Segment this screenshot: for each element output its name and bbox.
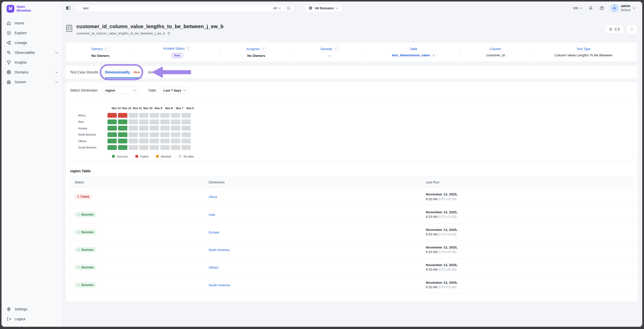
edit-button[interactable] (105, 47, 109, 51)
search-clear-icon[interactable] (286, 6, 291, 10)
home-icon (6, 21, 11, 26)
heatmap-cell-nodata (160, 113, 170, 118)
sidebar-item-govern[interactable]: Govern (2, 77, 62, 87)
heatmap-cells (107, 145, 191, 150)
notifications-bell-icon[interactable] (588, 6, 593, 11)
dimension-cell: South America (204, 283, 422, 287)
meta-field-value: No Owners (247, 54, 265, 58)
table-link[interactable]: test_dimensional_sales (392, 53, 435, 57)
heatmap-date-label: Nov 13 (111, 107, 121, 110)
sidebar-item-settings[interactable]: Settings (2, 304, 62, 314)
heatmap-cell-failed (107, 113, 117, 118)
dimension-link[interactable]: Asia (209, 213, 215, 217)
heatmap-cell-success (118, 145, 127, 150)
pencil-icon (187, 47, 191, 50)
heatmap-date-label: Nov 11 (133, 107, 142, 110)
last-run-date: November 13, 2025, (426, 192, 633, 197)
sidebar-item-logout[interactable]: Logout (2, 314, 62, 324)
status-text: Success (81, 283, 94, 287)
sidebar-item-observability[interactable]: Observability (2, 48, 62, 57)
heatmap-cell-nodata (129, 113, 138, 118)
region-table-body: ×FailedAfricaNovember 13, 2025,9:33 AM (… (70, 188, 633, 294)
region-table: Status Dimension Last Run ×FailedAfricaN… (70, 177, 633, 294)
tabs-bar: Test Case ResultsDimensionalityBetaInc (66, 66, 637, 78)
sidebar-item-label: Domains (15, 70, 52, 74)
sidebar-item-insights[interactable]: Insights (2, 57, 62, 67)
heatmap-cell-success (107, 126, 117, 131)
dimension-select[interactable]: region (102, 87, 139, 94)
heatmap-cell-nodata (129, 119, 138, 124)
last-run-date: November 13, 2025, (426, 228, 633, 232)
version-button[interactable]: 2.3 (605, 25, 624, 34)
edit-button[interactable] (262, 47, 266, 51)
test-case-checklist-icon (66, 24, 73, 32)
heatmap-cell-nodata (160, 119, 170, 124)
search-scope-select[interactable]: All (273, 6, 281, 10)
heatmap-date-label: Nov 8 (164, 107, 174, 110)
search-input[interactable] (76, 6, 273, 10)
sidebar-item-lineage[interactable]: Lineage (2, 38, 62, 48)
status-text: Failed (81, 195, 89, 198)
user-menu[interactable]: A admin Default (611, 4, 635, 12)
table-link-text: test_dimensional_sales (392, 53, 430, 57)
kebab-menu-button[interactable] (627, 25, 637, 34)
meta-field-table: Tabletest_dimensional_sales (366, 43, 461, 62)
heatmap-cell-nodata (181, 126, 191, 131)
heatmap-cell-success (118, 132, 127, 137)
heatmap-cell-nodata (150, 113, 159, 118)
tab-test-case-results[interactable]: Test Case Results (70, 66, 98, 78)
language-select[interactable]: EN (574, 6, 582, 10)
dimension-link[interactable]: Others (209, 266, 218, 269)
legend-swatch (156, 155, 159, 158)
heatmap-row-label: Asia (74, 120, 107, 123)
heatmap-cell-nodata (129, 132, 138, 137)
dimension-link[interactable]: Africa (209, 195, 217, 199)
dimension-link[interactable]: North America (209, 248, 229, 252)
check-icon: ✓ (77, 248, 80, 252)
sidebar-item-label: Home (15, 21, 58, 25)
check-icon: ✓ (77, 266, 80, 269)
all-domains-button[interactable]: All Domains (305, 4, 342, 12)
meta-field-column: Columncustomer_id (461, 43, 530, 62)
lineage-icon (6, 40, 11, 45)
chevron-down-icon (55, 51, 58, 53)
last-run-time-value: 9:33 AM (426, 233, 438, 236)
last-run-date: November 13, 2025, (426, 210, 633, 215)
meta-field-value: New (171, 53, 183, 58)
avatar: A (611, 4, 618, 12)
sidebar-toggle-icon[interactable] (66, 6, 71, 11)
incident-status-badge[interactable]: New (171, 53, 183, 58)
heatmap-date-label: Nov 9 (154, 107, 163, 110)
status-cell: ✓Success (70, 282, 204, 288)
link-icon (432, 54, 435, 57)
dimension-link[interactable]: South America (209, 283, 230, 287)
heatmap-cell-nodata (160, 139, 170, 143)
meta-field-label: Incident Status (163, 46, 191, 51)
meta-label-text: Test Type (577, 47, 590, 51)
help-icon[interactable] (599, 6, 604, 11)
meta-field-label: Severity (320, 47, 339, 51)
chevron-down-icon (580, 6, 582, 9)
heatmap-cell-nodata (150, 119, 159, 124)
copy-icon[interactable] (167, 32, 171, 35)
sidebar-item-domains[interactable]: Domains (2, 67, 62, 77)
edit-button[interactable] (187, 46, 191, 51)
chevron-down-icon (183, 88, 186, 91)
sidebar-item-label: Explore (15, 31, 58, 35)
heatmap-cells (107, 119, 191, 124)
edit-button[interactable] (334, 47, 339, 51)
status-text: Success (81, 266, 94, 269)
app-logo[interactable]: M Open Metadata (2, 2, 62, 15)
heatmap-row: North America (74, 132, 629, 137)
sidebar-item-explore[interactable]: Explore (2, 28, 62, 38)
pencil-icon (262, 47, 266, 51)
sidebar-item-home[interactable]: Home (2, 18, 62, 28)
date-range-select[interactable]: Last 7 days (160, 87, 189, 94)
tab-dimensionality[interactable]: DimensionalityBeta (105, 66, 141, 78)
sidebar-spacer (2, 87, 62, 304)
all-domains-label: All Domains (315, 6, 334, 10)
status-text: Success (81, 213, 94, 216)
pencil-icon (105, 47, 109, 51)
govern-icon (6, 79, 11, 85)
dimension-link[interactable]: Europe (209, 230, 219, 234)
